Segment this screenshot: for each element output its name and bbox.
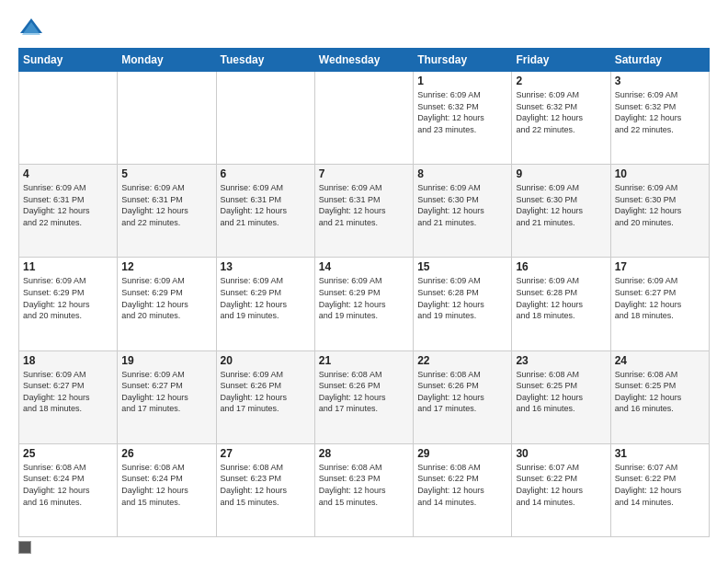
day-info: Sunrise: 6:09 AM Sunset: 6:27 PM Dayligh… (121, 369, 211, 415)
day-number: 18 (23, 354, 113, 367)
calendar-cell: 3Sunrise: 6:09 AM Sunset: 6:32 PM Daylig… (610, 72, 709, 165)
day-info: Sunrise: 6:09 AM Sunset: 6:30 PM Dayligh… (516, 182, 606, 228)
day-info: Sunrise: 6:09 AM Sunset: 6:31 PM Dayligh… (319, 182, 409, 228)
day-header-tuesday: Tuesday (216, 49, 314, 72)
week-row-2: 4Sunrise: 6:09 AM Sunset: 6:31 PM Daylig… (19, 165, 710, 258)
day-header-monday: Monday (118, 49, 216, 72)
day-info: Sunrise: 6:09 AM Sunset: 6:28 PM Dayligh… (417, 275, 507, 321)
day-info: Sunrise: 6:09 AM Sunset: 6:29 PM Dayligh… (121, 275, 211, 321)
page: SundayMondayTuesdayWednesdayThursdayFrid… (0, 0, 728, 563)
calendar-header: SundayMondayTuesdayWednesdayThursdayFrid… (19, 49, 710, 72)
day-info: Sunrise: 6:09 AM Sunset: 6:32 PM Dayligh… (615, 89, 705, 135)
header-row: SundayMondayTuesdayWednesdayThursdayFrid… (19, 49, 710, 72)
calendar-cell: 8Sunrise: 6:09 AM Sunset: 6:30 PM Daylig… (414, 165, 512, 258)
day-info: Sunrise: 6:08 AM Sunset: 6:24 PM Dayligh… (121, 462, 211, 508)
week-row-3: 11Sunrise: 6:09 AM Sunset: 6:29 PM Dayli… (19, 258, 710, 350)
day-number: 21 (319, 354, 409, 367)
day-info: Sunrise: 6:08 AM Sunset: 6:22 PM Dayligh… (417, 462, 507, 508)
calendar-cell: 14Sunrise: 6:09 AM Sunset: 6:29 PM Dayli… (314, 258, 413, 350)
day-number: 1 (417, 75, 507, 87)
calendar-cell: 28Sunrise: 6:08 AM Sunset: 6:23 PM Dayli… (314, 443, 413, 536)
day-header-sunday: Sunday (19, 49, 118, 72)
calendar-cell: 18Sunrise: 6:09 AM Sunset: 6:27 PM Dayli… (19, 350, 118, 443)
day-info: Sunrise: 6:09 AM Sunset: 6:31 PM Dayligh… (221, 182, 311, 228)
day-number: 27 (221, 447, 311, 460)
day-number: 30 (516, 447, 606, 460)
calendar-cell: 13Sunrise: 6:09 AM Sunset: 6:29 PM Dayli… (216, 258, 314, 350)
day-number: 3 (615, 75, 705, 87)
day-number: 10 (615, 167, 705, 180)
day-info: Sunrise: 6:09 AM Sunset: 6:31 PM Dayligh… (23, 182, 113, 228)
calendar-cell: 10Sunrise: 6:09 AM Sunset: 6:30 PM Dayli… (610, 165, 709, 258)
day-header-saturday: Saturday (610, 49, 709, 72)
day-info: Sunrise: 6:08 AM Sunset: 6:26 PM Dayligh… (417, 369, 507, 415)
day-number: 19 (121, 354, 211, 367)
day-info: Sunrise: 6:09 AM Sunset: 6:29 PM Dayligh… (221, 275, 311, 321)
calendar-cell: 31Sunrise: 6:07 AM Sunset: 6:22 PM Dayli… (610, 443, 709, 536)
day-number: 7 (319, 167, 409, 180)
day-number: 24 (615, 354, 705, 367)
footer (18, 541, 710, 554)
day-info: Sunrise: 6:09 AM Sunset: 6:29 PM Dayligh… (23, 275, 113, 321)
day-number: 4 (23, 167, 113, 180)
day-number: 14 (319, 260, 409, 273)
week-row-5: 25Sunrise: 6:08 AM Sunset: 6:24 PM Dayli… (19, 443, 710, 536)
daylight-box-icon (18, 541, 31, 554)
day-number: 26 (121, 447, 211, 460)
day-number: 20 (221, 354, 311, 367)
day-number: 5 (121, 167, 211, 180)
day-info: Sunrise: 6:09 AM Sunset: 6:28 PM Dayligh… (516, 275, 606, 321)
day-info: Sunrise: 6:09 AM Sunset: 6:32 PM Dayligh… (417, 89, 507, 135)
calendar-cell: 23Sunrise: 6:08 AM Sunset: 6:25 PM Dayli… (512, 350, 610, 443)
calendar-cell: 30Sunrise: 6:07 AM Sunset: 6:22 PM Dayli… (512, 443, 610, 536)
day-number: 22 (417, 354, 507, 367)
calendar-cell: 5Sunrise: 6:09 AM Sunset: 6:31 PM Daylig… (118, 165, 216, 258)
day-info: Sunrise: 6:07 AM Sunset: 6:22 PM Dayligh… (516, 462, 606, 508)
day-number: 17 (615, 260, 705, 273)
week-row-4: 18Sunrise: 6:09 AM Sunset: 6:27 PM Dayli… (19, 350, 710, 443)
calendar-cell (216, 72, 314, 165)
calendar-body: 1Sunrise: 6:09 AM Sunset: 6:32 PM Daylig… (19, 72, 710, 537)
day-info: Sunrise: 6:09 AM Sunset: 6:30 PM Dayligh… (615, 182, 705, 228)
day-number: 6 (221, 167, 311, 180)
day-info: Sunrise: 6:09 AM Sunset: 6:27 PM Dayligh… (23, 369, 113, 415)
calendar-cell: 4Sunrise: 6:09 AM Sunset: 6:31 PM Daylig… (19, 165, 118, 258)
day-info: Sunrise: 6:08 AM Sunset: 6:24 PM Dayligh… (23, 462, 113, 508)
calendar-cell: 27Sunrise: 6:08 AM Sunset: 6:23 PM Dayli… (216, 443, 314, 536)
calendar-cell: 22Sunrise: 6:08 AM Sunset: 6:26 PM Dayli… (414, 350, 512, 443)
day-info: Sunrise: 6:08 AM Sunset: 6:26 PM Dayligh… (319, 369, 409, 415)
calendar-cell: 6Sunrise: 6:09 AM Sunset: 6:31 PM Daylig… (216, 165, 314, 258)
calendar-cell: 11Sunrise: 6:09 AM Sunset: 6:29 PM Dayli… (19, 258, 118, 350)
calendar-cell: 17Sunrise: 6:09 AM Sunset: 6:27 PM Dayli… (610, 258, 709, 350)
day-info: Sunrise: 6:09 AM Sunset: 6:32 PM Dayligh… (516, 89, 606, 135)
day-info: Sunrise: 6:09 AM Sunset: 6:30 PM Dayligh… (417, 182, 507, 228)
calendar-cell (314, 72, 413, 165)
calendar-cell: 19Sunrise: 6:09 AM Sunset: 6:27 PM Dayli… (118, 350, 216, 443)
day-number: 8 (417, 167, 507, 180)
day-number: 15 (417, 260, 507, 273)
day-info: Sunrise: 6:09 AM Sunset: 6:29 PM Dayligh… (319, 275, 409, 321)
day-info: Sunrise: 6:09 AM Sunset: 6:26 PM Dayligh… (221, 369, 311, 415)
day-info: Sunrise: 6:08 AM Sunset: 6:23 PM Dayligh… (319, 462, 409, 508)
day-number: 28 (319, 447, 409, 460)
day-info: Sunrise: 6:08 AM Sunset: 6:23 PM Dayligh… (221, 462, 311, 508)
calendar-cell: 25Sunrise: 6:08 AM Sunset: 6:24 PM Dayli… (19, 443, 118, 536)
day-number: 13 (221, 260, 311, 273)
day-number: 25 (23, 447, 113, 460)
header (18, 15, 710, 40)
calendar-cell: 24Sunrise: 6:08 AM Sunset: 6:25 PM Dayli… (610, 350, 709, 443)
day-header-friday: Friday (512, 49, 610, 72)
calendar-cell (19, 72, 118, 165)
day-number: 12 (121, 260, 211, 273)
calendar-cell: 15Sunrise: 6:09 AM Sunset: 6:28 PM Dayli… (414, 258, 512, 350)
calendar-cell: 20Sunrise: 6:09 AM Sunset: 6:26 PM Dayli… (216, 350, 314, 443)
day-header-thursday: Thursday (414, 49, 512, 72)
day-number: 11 (23, 260, 113, 273)
calendar-cell: 1Sunrise: 6:09 AM Sunset: 6:32 PM Daylig… (414, 72, 512, 165)
day-info: Sunrise: 6:09 AM Sunset: 6:31 PM Dayligh… (121, 182, 211, 228)
day-number: 31 (615, 447, 705, 460)
calendar-cell (118, 72, 216, 165)
logo-icon (18, 15, 44, 40)
calendar-cell: 9Sunrise: 6:09 AM Sunset: 6:30 PM Daylig… (512, 165, 610, 258)
day-number: 16 (516, 260, 606, 273)
